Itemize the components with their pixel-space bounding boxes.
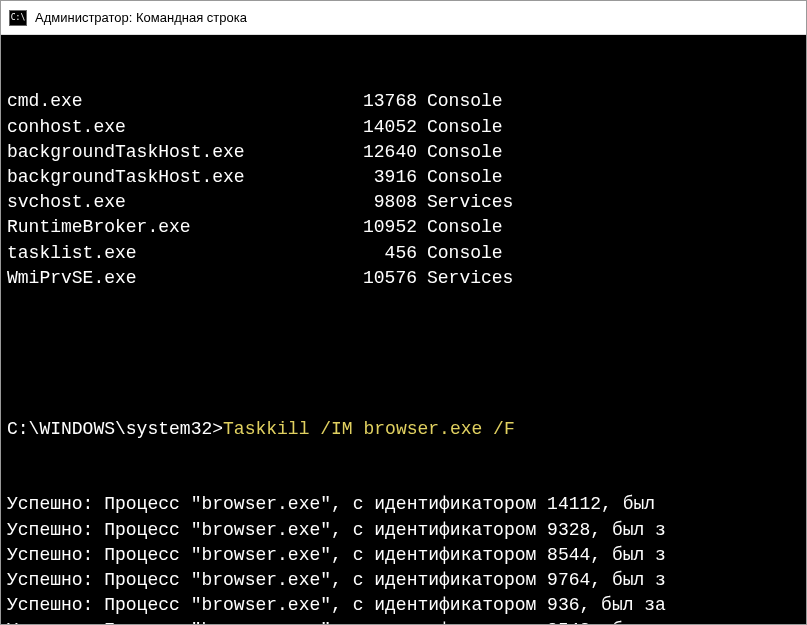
typed-command: Taskkill /IM browser.exe /F — [223, 417, 515, 442]
cmd-icon: C:\ — [9, 10, 27, 26]
process-pid: 456 — [347, 241, 417, 266]
blank-line — [7, 341, 800, 366]
process-name: RuntimeBroker.exe — [7, 215, 347, 240]
process-session: Console — [417, 115, 503, 140]
process-name: conhost.exe — [7, 115, 347, 140]
process-session: Services — [417, 266, 513, 291]
process-row: tasklist.exe456Console — [7, 241, 800, 266]
process-session: Console — [417, 241, 503, 266]
process-session: Services — [417, 190, 513, 215]
process-row: svchost.exe9808Services — [7, 190, 800, 215]
process-pid: 10952 — [347, 215, 417, 240]
output-line: Успешно: Процесс "browser.exe", с иденти… — [7, 518, 800, 543]
window-title: Администратор: Командная строка — [35, 10, 247, 25]
command-line-1: C:\WINDOWS\system32>Taskkill /IM browser… — [7, 417, 800, 442]
process-name: backgroundTaskHost.exe — [7, 140, 347, 165]
process-name: backgroundTaskHost.exe — [7, 165, 347, 190]
output-line: Успешно: Процесс "browser.exe", с иденти… — [7, 568, 800, 593]
window-titlebar[interactable]: C:\ Администратор: Командная строка — [1, 1, 806, 35]
command-prompt-window: C:\ Администратор: Командная строка cmd.… — [0, 0, 807, 625]
process-pid: 10576 — [347, 266, 417, 291]
process-session: Console — [417, 215, 503, 240]
process-pid: 3916 — [347, 165, 417, 190]
process-session: Console — [417, 89, 503, 114]
process-pid: 14052 — [347, 115, 417, 140]
process-name: WmiPrvSE.exe — [7, 266, 347, 291]
process-row: conhost.exe14052Console — [7, 115, 800, 140]
process-list: cmd.exe13768Consoleconhost.exe14052Conso… — [7, 89, 800, 291]
process-pid: 12640 — [347, 140, 417, 165]
process-name: svchost.exe — [7, 190, 347, 215]
output-line: Успешно: Процесс "browser.exe", с иденти… — [7, 618, 800, 624]
taskkill-output: Успешно: Процесс "browser.exe", с иденти… — [7, 492, 800, 624]
output-line: Успешно: Процесс "browser.exe", с иденти… — [7, 492, 800, 517]
terminal-area[interactable]: cmd.exe13768Consoleconhost.exe14052Conso… — [1, 35, 806, 624]
process-pid: 13768 — [347, 89, 417, 114]
output-line: Успешно: Процесс "browser.exe", с иденти… — [7, 543, 800, 568]
prompt-path: C:\WINDOWS\system32> — [7, 417, 223, 442]
process-row: backgroundTaskHost.exe12640Console — [7, 140, 800, 165]
output-line: Успешно: Процесс "browser.exe", с иденти… — [7, 593, 800, 618]
process-session: Console — [417, 140, 503, 165]
process-session: Console — [417, 165, 503, 190]
process-name: cmd.exe — [7, 89, 347, 114]
process-pid: 9808 — [347, 190, 417, 215]
process-row: cmd.exe13768Console — [7, 89, 800, 114]
process-row: backgroundTaskHost.exe3916Console — [7, 165, 800, 190]
process-row: WmiPrvSE.exe10576Services — [7, 266, 800, 291]
process-name: tasklist.exe — [7, 241, 347, 266]
process-row: RuntimeBroker.exe10952Console — [7, 215, 800, 240]
